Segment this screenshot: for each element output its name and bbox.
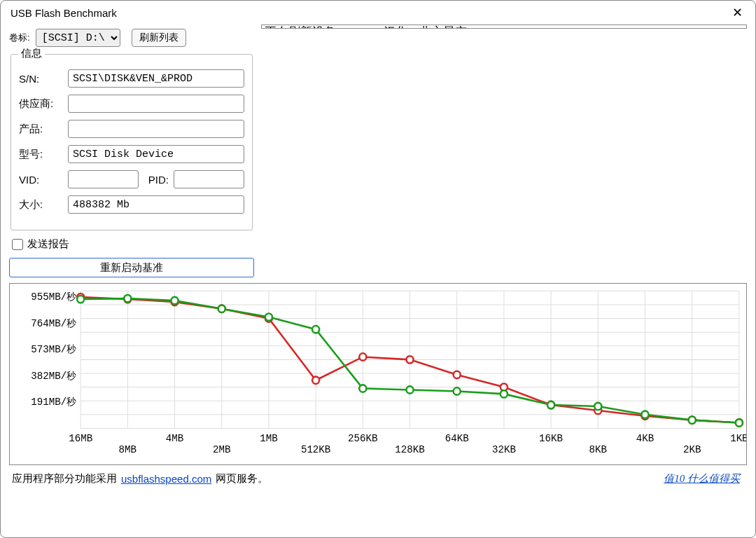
svg-point-63: [171, 297, 178, 304]
svg-point-69: [454, 387, 461, 394]
svg-text:16KB: 16KB: [539, 433, 563, 444]
svg-text:191MB/秒: 191MB/秒: [31, 396, 76, 408]
svg-point-72: [594, 403, 601, 410]
svg-point-71: [547, 401, 554, 408]
info-legend: 信息: [18, 47, 45, 60]
send-report-label: 发送报告: [27, 237, 69, 251]
svg-point-54: [454, 371, 461, 378]
vendor-label: 供应商:: [18, 94, 67, 113]
svg-point-64: [218, 305, 225, 312]
volume-label: 卷标:: [9, 32, 30, 44]
restart-benchmark-button[interactable]: 重新启动基准: [9, 258, 254, 277]
vid-field[interactable]: [68, 170, 139, 188]
svg-text:8KB: 8KB: [589, 444, 608, 455]
size-field[interactable]: [68, 195, 244, 214]
svg-text:256KB: 256KB: [348, 433, 378, 444]
svg-text:2KB: 2KB: [683, 444, 701, 455]
window-title: USB Flash Benchmark: [10, 7, 117, 19]
footer-text-left: 应用程序部分功能采用: [12, 472, 117, 485]
app-window: USB Flash Benchmark ✕ 卷标: [SCSI] D:\ 刷新列…: [0, 0, 756, 538]
svg-text:764MB/秒: 764MB/秒: [31, 318, 76, 329]
svg-text:64KB: 64KB: [445, 433, 469, 444]
svg-point-52: [359, 353, 366, 360]
svg-point-51: [312, 377, 319, 384]
watermark-link[interactable]: 值10 什么值得买: [664, 473, 740, 484]
svg-point-68: [406, 386, 413, 393]
title-bar: USB Flash Benchmark ✕: [1, 1, 755, 25]
svg-point-61: [77, 296, 84, 303]
svg-text:1KB: 1KB: [730, 433, 746, 444]
svg-text:4KB: 4KB: [636, 433, 654, 444]
footer-text-right: 网页服务。: [216, 472, 268, 485]
sn-field[interactable]: [68, 69, 244, 88]
svg-text:128KB: 128KB: [395, 444, 425, 455]
benchmark-chart: 191MB/秒382MB/秒573MB/秒764MB/秒955MB/秒16MB8…: [9, 283, 747, 465]
model-field[interactable]: [68, 145, 244, 163]
svg-text:8MB: 8MB: [119, 444, 137, 455]
svg-text:2MB: 2MB: [213, 444, 231, 455]
svg-point-53: [406, 356, 413, 363]
footer-link[interactable]: usbflashspeed.com: [121, 473, 211, 485]
refresh-button[interactable]: 刷新列表: [132, 29, 186, 47]
svg-text:32KB: 32KB: [492, 444, 516, 455]
svg-text:16MB: 16MB: [69, 433, 92, 444]
svg-point-74: [689, 416, 696, 423]
size-label: 大小:: [18, 195, 67, 214]
svg-point-75: [736, 419, 743, 426]
log-output[interactable]: 正在刷新设备。 汉化：北方星空 正在刷新设备。 [完成] 正在开始基准。 正在基…: [261, 25, 747, 29]
vendor-field[interactable]: [68, 95, 244, 113]
close-icon[interactable]: ✕: [725, 2, 750, 23]
svg-text:573MB/秒: 573MB/秒: [31, 344, 76, 355]
svg-point-62: [124, 295, 131, 302]
info-group: 信息 S/N: 供应商: 产品:: [10, 54, 253, 230]
svg-text:1MB: 1MB: [260, 433, 278, 444]
sn-label: S/N:: [18, 69, 67, 88]
svg-point-66: [312, 326, 319, 333]
svg-point-70: [500, 390, 507, 397]
svg-text:512KB: 512KB: [301, 444, 331, 455]
model-label: 型号:: [18, 144, 67, 164]
svg-point-73: [641, 411, 648, 418]
svg-text:4MB: 4MB: [166, 433, 184, 444]
vid-label: VID:: [18, 170, 67, 189]
volume-select[interactable]: [SCSI] D:\: [36, 29, 120, 47]
footer: 应用程序部分功能采用 usbflashspeed.com 网页服务。 值10 什…: [9, 471, 747, 488]
product-label: 产品:: [18, 119, 67, 139]
product-field[interactable]: [68, 120, 244, 138]
pid-field[interactable]: [174, 170, 244, 188]
send-report-checkbox[interactable]: [12, 239, 23, 250]
svg-point-67: [359, 385, 366, 392]
svg-text:955MB/秒: 955MB/秒: [31, 291, 76, 303]
svg-point-65: [265, 313, 272, 320]
pid-label: PID:: [139, 170, 173, 189]
svg-text:382MB/秒: 382MB/秒: [31, 371, 76, 382]
